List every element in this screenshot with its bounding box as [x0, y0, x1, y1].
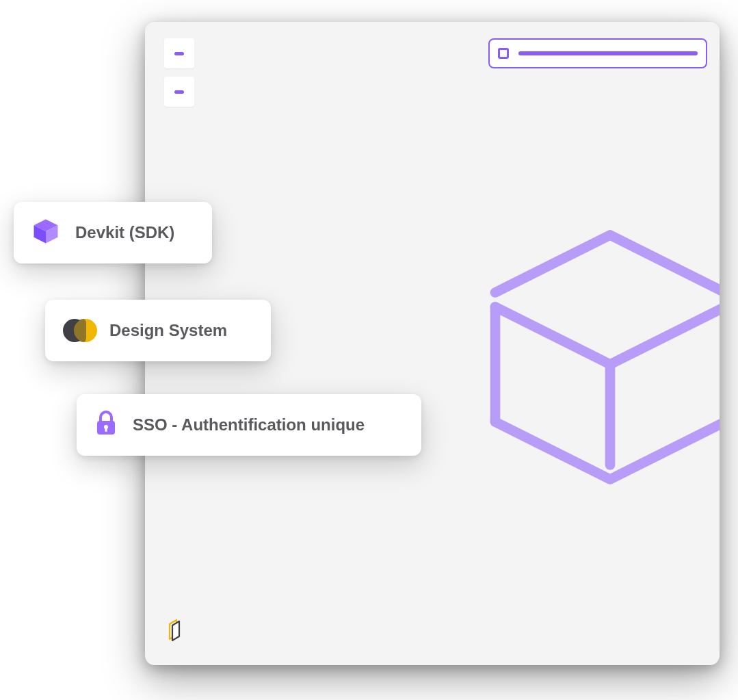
feature-card-design-system[interactable]: Design System	[45, 300, 271, 361]
square-icon	[498, 48, 509, 59]
cube-illustration	[466, 213, 720, 501]
feature-card-devkit[interactable]: Devkit (SDK)	[14, 202, 212, 263]
address-bar[interactable]	[488, 38, 707, 68]
placeholder-line	[518, 51, 698, 55]
svg-rect-8	[105, 428, 107, 432]
toolbar-button-1[interactable]	[164, 38, 194, 68]
brand-logo-icon	[166, 619, 185, 642]
lock-icon	[94, 410, 118, 440]
dash-icon	[174, 90, 184, 94]
cube-icon	[31, 217, 60, 248]
feature-card-sso[interactable]: SSO - Authentification unique	[77, 394, 421, 456]
toolbar-button-2[interactable]	[164, 77, 194, 107]
feature-card-label: Devkit (SDK)	[75, 223, 174, 242]
feature-card-label: SSO - Authentification unique	[133, 415, 365, 435]
dash-icon	[174, 52, 184, 55]
overlap-circles-icon	[63, 318, 94, 343]
feature-card-label: Design System	[109, 321, 227, 340]
